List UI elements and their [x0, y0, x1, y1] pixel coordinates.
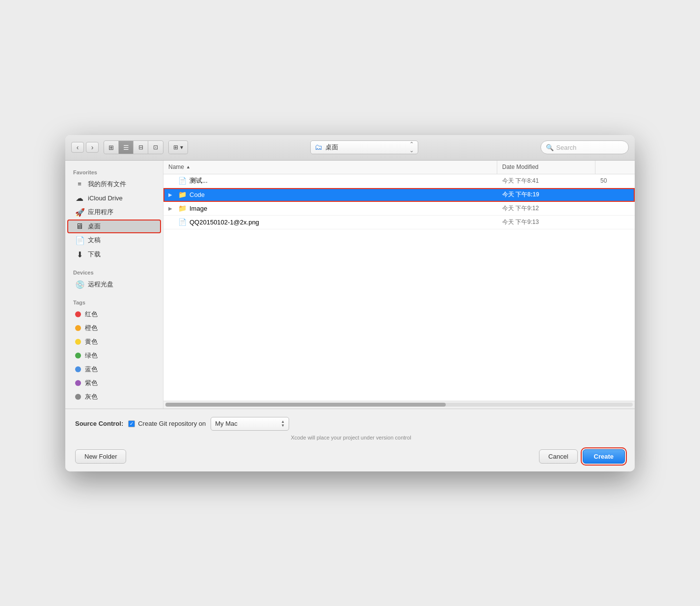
- sidebar-item-icloud[interactable]: ☁ iCloud Drive: [67, 191, 161, 205]
- file-name: Code: [189, 191, 205, 198]
- expand-arrow-icon: ▶: [168, 192, 175, 197]
- sidebar-tag-blue[interactable]: 蓝色: [67, 362, 161, 376]
- sidebar-item-remote-disc-label: 远程光盘: [88, 280, 113, 289]
- source-label: Source Control:: [75, 420, 123, 427]
- tag-yellow-dot: [75, 339, 81, 345]
- sidebar-tag-purple[interactable]: 紫色: [67, 376, 161, 390]
- col-size-header[interactable]: [595, 161, 635, 174]
- mac-dropdown[interactable]: My Mac ▲ ▼: [211, 417, 289, 431]
- tag-orange-label: 橙色: [85, 324, 98, 332]
- file-list: 📄 测试... 今天 下午8:41 50 ▶ 📁 Code 今天 下午8:19: [163, 174, 635, 401]
- tag-green-label: 绿色: [85, 351, 98, 360]
- checkbox-label: Create Git repository on: [138, 420, 206, 427]
- scrollbar-thumb[interactable]: [165, 403, 446, 407]
- sidebar-item-icloud-label: iCloud Drive: [88, 194, 123, 202]
- sidebar-item-desktop-label: 桌面: [88, 222, 101, 231]
- create-button[interactable]: Create: [583, 449, 625, 464]
- icloud-icon: ☁: [75, 193, 84, 203]
- scrollbar-track[interactable]: [165, 403, 633, 407]
- downloads-icon: ⬇: [75, 250, 84, 259]
- file-icon: 📄: [178, 177, 187, 185]
- sidebar-item-apps-label: 应用程序: [88, 208, 113, 217]
- tag-blue-dot: [75, 366, 81, 372]
- sidebar-item-docs-label: 文稿: [88, 236, 101, 245]
- sidebar-item-remote-disc[interactable]: 💿 远程光盘: [67, 277, 161, 292]
- main-area: Favorites ≡ 我的所有文件 ☁ iCloud Drive 🚀 应用程序…: [65, 161, 635, 409]
- sidebar-item-docs[interactable]: 📄 文稿: [67, 233, 161, 248]
- scrollbar-area[interactable]: [163, 401, 635, 409]
- sidebar-tag-yellow[interactable]: 黄色: [67, 335, 161, 349]
- tag-gray-label: 灰色: [85, 392, 98, 401]
- sidebar-item-all-files-label: 我的所有文件: [88, 180, 126, 189]
- tags-title: Tags: [65, 296, 163, 307]
- source-control-row: Source Control: ✓ Create Git repository …: [75, 417, 625, 431]
- search-placeholder: Search: [556, 144, 576, 151]
- sidebar-tag-orange[interactable]: 橙色: [67, 321, 161, 335]
- tag-yellow-label: 黄色: [85, 337, 98, 346]
- tag-blue-label: 蓝色: [85, 365, 98, 374]
- file-name: 测试...: [189, 176, 208, 185]
- back-button[interactable]: ‹: [71, 142, 84, 153]
- tag-gray-dot: [75, 394, 81, 400]
- checkbox-container[interactable]: ✓ Create Git repository on: [128, 420, 206, 427]
- view-coverflow-btn[interactable]: ⊡: [148, 141, 163, 154]
- sidebar-item-downloads-label: 下载: [88, 250, 101, 259]
- sidebar-tag-red[interactable]: 红色: [67, 307, 161, 321]
- tag-red-label: 红色: [85, 310, 98, 319]
- remote-disc-icon: 💿: [75, 280, 84, 289]
- sidebar-item-apps[interactable]: 🚀 应用程序: [67, 205, 161, 220]
- hint-text: Xcode will place your project under vers…: [77, 435, 625, 441]
- folder-icon: 📁: [178, 191, 187, 198]
- sidebar-item-desktop[interactable]: 🖥 桌面: [67, 220, 161, 233]
- tag-purple-label: 紫色: [85, 379, 98, 387]
- table-row[interactable]: 📄 QQ20150102-1@2x.png 今天 下午9:13: [163, 216, 635, 229]
- favorites-title: Favorites: [65, 165, 163, 177]
- docs-icon: 📄: [75, 236, 84, 245]
- tag-purple-dot: [75, 380, 81, 386]
- file-list-container: Name ▲ Date Modified 📄 测试... 今天 下: [163, 161, 635, 409]
- col-date-header[interactable]: Date Modified: [497, 161, 595, 174]
- location-text: 桌面: [325, 143, 406, 152]
- nav-buttons: ‹ ›: [71, 142, 99, 153]
- folder-icon: 📁: [178, 204, 187, 212]
- toolbar: ‹ › ⊞ ☰ ⊟ ⊡ ⊞ ▾ 🗂 桌面 ⌃⌄ 🔍 Search: [65, 135, 635, 161]
- file-size: 50: [595, 177, 635, 184]
- file-date: 今天 下午9:13: [497, 218, 595, 226]
- location-folder-icon: 🗂: [315, 143, 323, 152]
- file-icon: 📄: [178, 218, 187, 226]
- apps-icon: 🚀: [75, 208, 84, 217]
- sidebar-item-downloads[interactable]: ⬇ 下载: [67, 248, 161, 262]
- view-list-btn[interactable]: ☰: [119, 141, 134, 154]
- location-arrows-icon: ⌃⌄: [409, 141, 414, 154]
- col-name-header[interactable]: Name ▲: [163, 161, 497, 174]
- git-checkbox[interactable]: ✓: [128, 420, 135, 427]
- view-arrange-btn[interactable]: ⊞ ▾: [169, 141, 188, 154]
- tag-red-dot: [75, 311, 81, 317]
- devices-title: Devices: [65, 266, 163, 277]
- table-row[interactable]: ▶ 📁 Code 今天 下午8:19: [163, 188, 635, 202]
- sidebar-tag-green[interactable]: 绿色: [67, 349, 161, 362]
- file-date: 今天 下午8:41: [497, 177, 595, 185]
- bottom-panel: Source Control: ✓ Create Git repository …: [65, 409, 635, 471]
- location-bar[interactable]: 🗂 桌面 ⌃⌄: [310, 140, 418, 154]
- cancel-button[interactable]: Cancel: [539, 449, 577, 464]
- desktop-icon: 🖥: [75, 222, 84, 231]
- file-date: 今天 下午9:12: [497, 204, 595, 213]
- table-row[interactable]: ▶ 📁 Image 今天 下午9:12: [163, 202, 635, 216]
- view-icon-btn[interactable]: ⊞: [104, 141, 119, 154]
- table-row[interactable]: 📄 测试... 今天 下午8:41 50: [163, 174, 635, 188]
- view-extra-group: ⊞ ▾: [168, 140, 188, 154]
- sidebar-item-all-files[interactable]: ≡ 我的所有文件: [67, 177, 161, 191]
- search-icon: 🔍: [546, 144, 554, 151]
- view-columns-btn[interactable]: ⊟: [134, 141, 148, 154]
- col-date-label: Date Modified: [502, 164, 538, 170]
- expand-arrow-icon: ▶: [168, 206, 175, 211]
- right-buttons: Cancel Create: [539, 449, 625, 464]
- col-name-label: Name: [168, 164, 184, 170]
- forward-button[interactable]: ›: [86, 142, 99, 153]
- file-date: 今天 下午8:19: [497, 191, 595, 199]
- sidebar-tag-gray[interactable]: 灰色: [67, 390, 161, 404]
- dropdown-value: My Mac: [215, 420, 277, 427]
- search-bar[interactable]: 🔍 Search: [540, 140, 629, 154]
- new-folder-button[interactable]: New Folder: [75, 449, 126, 464]
